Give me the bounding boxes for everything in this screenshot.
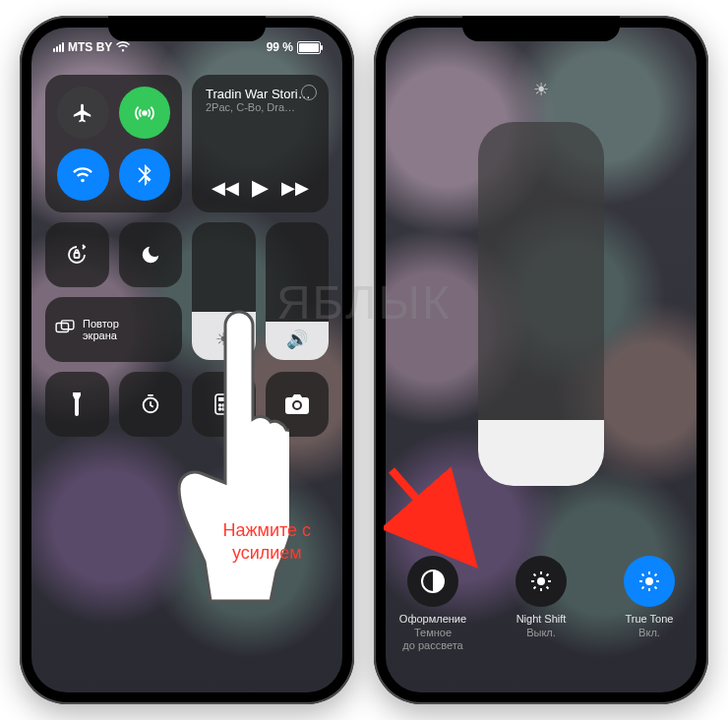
dark-mode-label: Оформление (399, 613, 466, 625)
camera-button[interactable] (266, 372, 330, 437)
svg-point-10 (219, 408, 221, 410)
dark-mode-sub2: до рассвета (402, 639, 462, 651)
media-subtitle: 2Pac, C-Bo, Dra… (206, 101, 315, 113)
battery-icon (297, 41, 321, 54)
signal-icon (53, 42, 64, 52)
do-not-disturb-button[interactable] (119, 222, 183, 287)
true-tone-icon (624, 556, 675, 607)
dark-mode-icon (407, 556, 458, 607)
flashlight-button[interactable] (45, 372, 109, 437)
media-title: Tradin War Stori… (206, 87, 315, 101)
svg-rect-1 (75, 253, 80, 258)
phone-control-center: MTS BY 99 % (20, 16, 354, 704)
wifi-icon (116, 40, 130, 55)
speaker-icon: 🔊 (266, 329, 330, 350)
svg-rect-6 (218, 397, 228, 401)
notch (462, 16, 620, 41)
phone-brightness-expanded: ☀ Оформление Темное до рассвета (374, 16, 708, 704)
calculator-button[interactable] (192, 372, 256, 437)
night-shift-sub: Выкл. (526, 627, 556, 638)
airplay-icon[interactable] (301, 85, 317, 100)
dark-mode-sub1: Темное (414, 627, 452, 638)
battery-pct: 99 % (267, 40, 293, 54)
carrier-label: MTS BY (68, 40, 112, 54)
svg-point-11 (222, 408, 224, 410)
play-button[interactable]: ▶ (252, 175, 269, 201)
dark-mode-button[interactable]: Оформление Темное до рассвета (391, 556, 475, 653)
sun-icon: ☀ (192, 329, 256, 350)
svg-point-14 (537, 577, 545, 585)
airplane-toggle[interactable] (57, 87, 109, 139)
media-panel[interactable]: Tradin War Stori… 2Pac, C-Bo, Dra… ◀◀ ▶ … (192, 75, 329, 212)
true-tone-sub: Вкл. (638, 627, 660, 638)
night-shift-label: Night Shift (516, 613, 567, 625)
svg-rect-2 (56, 324, 68, 332)
svg-point-8 (222, 404, 224, 406)
connectivity-panel[interactable] (45, 75, 182, 212)
svg-point-7 (219, 404, 221, 406)
svg-point-12 (226, 408, 228, 410)
rotation-lock-button[interactable] (45, 222, 109, 287)
press-hint: Нажмите с усилием (193, 519, 340, 566)
cellular-toggle[interactable] (119, 87, 171, 139)
notch (108, 16, 266, 41)
screen-mirroring-button[interactable]: Повтор экрана (45, 297, 182, 362)
svg-point-15 (645, 577, 653, 585)
mirroring-icon (55, 320, 75, 339)
next-track-button[interactable]: ▶▶ (281, 177, 309, 199)
brightness-slider-large[interactable] (478, 122, 604, 486)
svg-rect-3 (61, 321, 73, 330)
svg-point-9 (226, 404, 228, 406)
sun-icon: ☀ (386, 79, 697, 100)
timer-button[interactable] (119, 372, 183, 437)
true-tone-label: True Tone (626, 613, 674, 625)
night-shift-icon (516, 556, 567, 607)
prev-track-button[interactable]: ◀◀ (212, 177, 239, 199)
bluetooth-toggle[interactable] (119, 149, 171, 201)
volume-slider[interactable]: 🔊 (266, 222, 330, 360)
night-shift-button[interactable]: Night Shift Выкл. (499, 556, 583, 653)
true-tone-button[interactable]: True Tone Вкл. (607, 556, 692, 653)
screen-mirroring-label: Повтор экрана (83, 318, 119, 341)
wifi-toggle[interactable] (57, 149, 109, 201)
brightness-slider[interactable]: ☀ (192, 222, 256, 360)
svg-point-0 (143, 111, 147, 115)
